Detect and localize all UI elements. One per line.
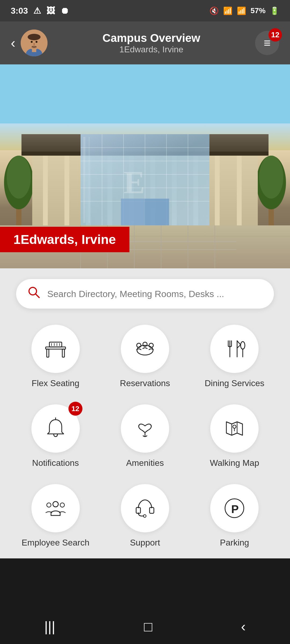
parking-icon: P: [222, 496, 247, 520]
flex-seating-label: Flex Seating: [32, 378, 79, 388]
svg-point-88: [241, 342, 245, 349]
reservations-label: Reservations: [120, 378, 170, 388]
dining-services-label: Dining Services: [205, 378, 264, 388]
menu-item-amenities[interactable]: Amenities: [106, 404, 184, 468]
status-time: 3:03: [11, 6, 28, 16]
hero-image: E 1Edwards, Irvine: [0, 64, 290, 268]
menu-item-walking-map[interactable]: Walking Map: [195, 404, 274, 468]
search-icon: [27, 285, 41, 302]
svg-text:P: P: [231, 503, 239, 515]
avatar-image: [21, 30, 48, 56]
menu-item-employee-search[interactable]: Employee Search: [16, 484, 95, 548]
search-input[interactable]: [47, 289, 263, 299]
walking-map-label: Walking Map: [210, 458, 259, 468]
parking-label: Parking: [220, 538, 249, 548]
svg-rect-60: [145, 199, 169, 225]
menu-grid: Flex Seating Reservations: [16, 325, 274, 548]
svg-point-4: [28, 34, 41, 40]
signal-icon: 📶: [237, 6, 246, 15]
parking-icon-circle: P: [210, 484, 259, 532]
svg-rect-34: [43, 156, 48, 225]
search-container: [16, 279, 274, 309]
search-bar[interactable]: [16, 279, 274, 309]
svg-rect-59: [121, 199, 144, 225]
svg-point-82: [143, 342, 147, 346]
svg-point-7: [31, 46, 37, 48]
notifications-label: Notifications: [32, 458, 79, 468]
notifications-badge: 12: [68, 402, 82, 416]
svg-rect-99: [150, 507, 154, 513]
flex-seating-icon-circle: [31, 325, 80, 373]
svg-point-96: [47, 503, 51, 507]
amenities-label: Amenities: [126, 458, 164, 468]
image-icon: 🖼: [46, 6, 55, 16]
record-icon: ⏺: [60, 6, 69, 16]
menu-item-reservations[interactable]: Reservations: [106, 325, 184, 388]
map-icon: [222, 416, 247, 441]
notifications-icon-circle: 12: [31, 404, 80, 453]
wifi-icon: 📶: [223, 6, 233, 15]
desk-icon: [44, 337, 68, 361]
main-content: Flex Seating Reservations: [0, 268, 290, 558]
people-icon: [44, 496, 68, 520]
svg-point-5: [31, 41, 33, 43]
bottom-nav: ||| □ ‹: [0, 609, 290, 644]
utensils-icon: [222, 337, 247, 361]
dining-icon-circle: [210, 325, 259, 373]
back-button[interactable]: ‹: [11, 35, 15, 51]
back-nav-button[interactable]: ‹: [241, 619, 246, 635]
header-title-block: Campus Overview 1Edwards, Irvine: [103, 32, 200, 54]
avatar[interactable]: [21, 30, 48, 56]
employee-search-label: Employee Search: [21, 538, 89, 548]
header-notification-badge: 12: [269, 28, 282, 42]
svg-rect-72: [47, 349, 49, 357]
home-button[interactable]: □: [144, 619, 152, 635]
employee-search-icon-circle: [31, 484, 80, 532]
amenities-icon-circle: [121, 404, 169, 453]
svg-point-21: [7, 156, 31, 199]
heart-hand-icon: [133, 416, 157, 441]
svg-rect-35: [64, 156, 69, 225]
menu-item-flex-seating[interactable]: Flex Seating: [16, 325, 95, 388]
recent-apps-button[interactable]: |||: [44, 619, 55, 635]
svg-point-97: [60, 503, 64, 507]
alert-icon: ⚠: [33, 6, 41, 16]
battery-icon: 🔋: [270, 6, 279, 15]
svg-rect-46: [89, 137, 90, 223]
svg-line-70: [35, 294, 39, 298]
svg-point-27: [259, 156, 283, 199]
walking-map-icon-circle: [210, 404, 259, 453]
svg-rect-74: [49, 342, 62, 347]
battery-text: 57%: [251, 6, 266, 15]
menu-item-support[interactable]: Support: [106, 484, 184, 548]
bell-icon: [44, 416, 68, 441]
svg-rect-43: [237, 156, 242, 225]
menu-item-notifications[interactable]: 12 Notifications: [16, 404, 95, 468]
svg-text:E: E: [124, 164, 145, 200]
svg-rect-45: [83, 137, 85, 223]
header-menu[interactable]: ≡ 12: [255, 31, 279, 55]
headset-icon: [133, 496, 157, 520]
location-label: 1Edwards, Irvine: [0, 227, 129, 252]
menu-item-dining-services[interactable]: Dining Services: [195, 325, 274, 388]
mute-icon: 🔇: [209, 6, 219, 15]
menu-item-parking[interactable]: P Parking: [195, 484, 274, 548]
header: ‹: [0, 21, 290, 64]
svg-rect-42: [215, 156, 220, 225]
reservations-icon-circle: [121, 325, 169, 373]
status-bar: 3:03 ⚠ 🖼 ⏺ 🔇 📶 📶 57% 🔋: [0, 0, 290, 21]
svg-rect-73: [62, 349, 64, 357]
svg-point-93: [233, 425, 236, 428]
svg-point-95: [53, 502, 58, 507]
header-title: Campus Overview: [103, 32, 200, 45]
support-label: Support: [130, 538, 160, 548]
calendar-people-icon: [133, 337, 157, 361]
support-icon-circle: [121, 484, 169, 532]
svg-point-6: [36, 41, 38, 43]
header-subtitle: 1Edwards, Irvine: [103, 45, 200, 54]
